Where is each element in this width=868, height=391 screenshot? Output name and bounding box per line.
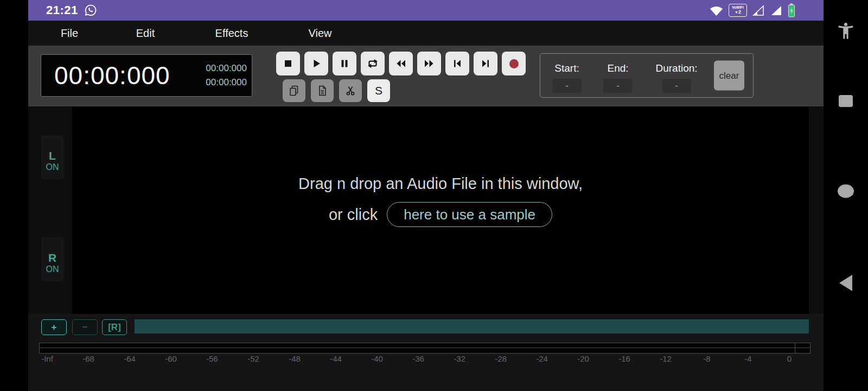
selection-start-value: - xyxy=(552,79,582,93)
db-scale-label: -52 xyxy=(247,354,259,363)
menu-bar: File Edit Effects View xyxy=(28,21,824,46)
meter-zero-divider xyxy=(795,343,795,353)
cellular-signal-sim2-icon xyxy=(770,4,783,16)
waveform-scrollbar[interactable] xyxy=(135,319,809,333)
wifi-icon xyxy=(709,4,724,16)
clear-selection-button[interactable]: clear xyxy=(714,61,744,91)
transport-controls xyxy=(276,52,526,75)
rewind-button[interactable] xyxy=(389,52,413,75)
loop-button[interactable] xyxy=(361,52,385,75)
db-scale-label: -40 xyxy=(371,354,383,363)
menu-effects[interactable]: Effects xyxy=(215,27,248,40)
db-scale-label: -60 xyxy=(165,354,177,363)
cut-button[interactable] xyxy=(339,79,362,102)
db-scale-label: -32 xyxy=(454,354,465,363)
menu-view[interactable]: View xyxy=(309,27,332,40)
db-scale-label: -64 xyxy=(124,354,136,363)
record-icon xyxy=(509,59,519,68)
db-scale-label: -44 xyxy=(330,354,342,363)
db-scale-label: -68 xyxy=(82,354,94,363)
right-channel-toggle[interactable]: R ON xyxy=(41,237,63,281)
use-sample-button[interactable]: here to use a sample xyxy=(387,202,552,227)
stop-button[interactable] xyxy=(276,52,300,75)
status-bar: 21:21 VoWiFi ▼2 xyxy=(28,0,824,21)
db-scale-label: -12 xyxy=(660,354,672,363)
bottom-panel: + − [R] -Inf -68 -64 -60 -56 -52 -48 -44… xyxy=(28,314,824,391)
db-scale-label: -16 xyxy=(618,354,630,363)
db-scale-label: -4 xyxy=(744,354,751,363)
audio-editor-app: 21:21 VoWiFi ▼2 xyxy=(28,0,824,391)
cursor-time: 00:00:000 xyxy=(206,61,247,75)
clock: 21:21 xyxy=(46,3,78,17)
toolbar: 00:00:000 00:00:000 00:00:000 xyxy=(28,46,824,106)
whatsapp-notification-icon xyxy=(84,4,97,17)
android-nav-bar xyxy=(824,0,868,391)
db-scale-label: -Inf xyxy=(41,354,53,363)
record-button[interactable] xyxy=(502,52,526,75)
home-button[interactable] xyxy=(838,184,854,198)
zoom-reset-button[interactable]: [R] xyxy=(102,319,127,335)
screen: 21:21 VoWiFi ▼2 xyxy=(0,0,868,391)
db-scale-label: -48 xyxy=(289,354,301,363)
recents-button[interactable] xyxy=(838,94,853,108)
db-scale-label: -56 xyxy=(206,354,218,363)
copy-button[interactable] xyxy=(283,79,305,102)
skip-to-end-button[interactable] xyxy=(474,52,497,75)
selection-info-panel: Start: - End: - Duration: - clear xyxy=(540,53,754,98)
current-time: 00:00:000 xyxy=(54,61,170,90)
select-tool-button[interactable]: S xyxy=(367,79,390,102)
fast-forward-button[interactable] xyxy=(417,52,441,75)
time-display: 00:00:000 00:00:000 00:00:000 xyxy=(41,54,252,97)
skip-to-start-button[interactable] xyxy=(445,52,469,75)
total-time: 00:00:000 xyxy=(206,75,247,90)
waveform-canvas[interactable]: Drag n drop an Audio File in this window… xyxy=(72,106,809,314)
battery-charging-icon xyxy=(788,3,795,17)
selection-end-value: - xyxy=(603,79,633,93)
db-scale-label: -20 xyxy=(577,354,589,363)
dropzone-prefix: or click xyxy=(329,206,378,224)
db-scale-label: -8 xyxy=(703,354,710,363)
accessibility-icon[interactable] xyxy=(836,22,856,42)
selection-duration-label: Duration: xyxy=(655,62,697,74)
db-scale-label: -36 xyxy=(412,354,424,363)
db-scale-label: 0 xyxy=(787,354,792,363)
paste-button[interactable] xyxy=(311,79,334,102)
back-button[interactable] xyxy=(838,274,853,292)
zoom-out-button[interactable]: − xyxy=(72,319,98,335)
dropzone-message: Drag n drop an Audio File in this window… xyxy=(72,175,809,193)
edit-controls: S xyxy=(283,79,390,102)
level-meter xyxy=(39,343,810,354)
level-meter-left xyxy=(40,343,810,348)
vowifi-icon: VoWiFi ▼2 xyxy=(729,4,747,17)
selection-end-label: End: xyxy=(603,62,633,74)
db-scale-label: -28 xyxy=(495,354,507,363)
selection-start-label: Start: xyxy=(552,62,582,74)
status-icons: VoWiFi ▼2 xyxy=(709,0,795,21)
selection-duration-value: - xyxy=(662,79,691,93)
cellular-signal-sim1-icon xyxy=(752,4,765,16)
menu-edit[interactable]: Edit xyxy=(136,27,155,40)
db-scale-label: -24 xyxy=(536,354,548,363)
pause-button[interactable] xyxy=(333,52,356,75)
display-cutout-strip xyxy=(0,0,28,391)
zoom-in-button[interactable]: + xyxy=(41,319,67,335)
left-channel-toggle[interactable]: L ON xyxy=(41,135,63,179)
main-area: Drag n drop an Audio File in this window… xyxy=(28,106,824,314)
menu-file[interactable]: File xyxy=(61,27,78,40)
play-button[interactable] xyxy=(304,52,328,75)
